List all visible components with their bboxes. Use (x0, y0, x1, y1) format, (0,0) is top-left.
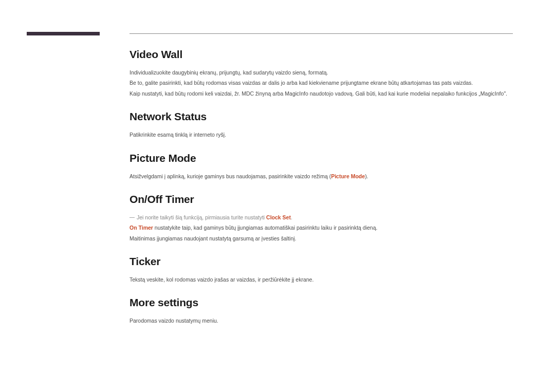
highlight-clock-set: Clock Set (266, 214, 291, 220)
section-network-status: Network Status Patikrinkite esamą tinklą… (130, 110, 520, 139)
section-video-wall: Video Wall Individualizuokite daugybinių… (130, 48, 520, 98)
text-fragment: Atsižvelgdami į aplinką, kurioje gaminys… (130, 173, 331, 179)
text-fragment: Jei norite taikyti šią funkciją, pirmiau… (137, 214, 266, 220)
body-text: Maitinimas įjungiamas naudojant nustatyt… (130, 234, 520, 243)
body-text: Patikrinkite esamą tinklą ir interneto r… (130, 130, 520, 139)
heading-more-settings: More settings (130, 296, 520, 309)
body-text: On Timer nustatykite taip, kad gaminys b… (130, 223, 520, 232)
highlight-picture-mode: Picture Mode (331, 173, 365, 179)
section-more-settings: More settings Parodomas vaizdo nustatymų… (130, 296, 520, 325)
heading-video-wall: Video Wall (130, 48, 520, 61)
body-text: Be to, galite pasirinkti, kad būtų rodom… (130, 78, 520, 87)
section-on-off-timer: On/Off Timer ― Jei norite taikyti šią fu… (130, 193, 520, 243)
heading-ticker: Ticker (130, 255, 520, 268)
note-dash-icon: ― (130, 213, 135, 221)
highlight-on-timer: On Timer (130, 225, 153, 231)
note-line: ― Jei norite taikyti šią funkciją, pirmi… (130, 213, 520, 222)
top-divider (130, 33, 513, 34)
body-text: Tekstą veskite, kol rodomas vaizdo įraša… (130, 275, 520, 284)
note-text: Jei norite taikyti šią funkciją, pirmiau… (137, 213, 292, 222)
text-fragment: . (291, 214, 292, 220)
body-text: Parodomas vaizdo nustatymų meniu. (130, 316, 520, 325)
section-ticker: Ticker Tekstą veskite, kol rodomas vaizd… (130, 255, 520, 284)
side-tab-mark (27, 32, 100, 35)
section-picture-mode: Picture Mode Atsižvelgdami į aplinką, ku… (130, 152, 520, 181)
heading-picture-mode: Picture Mode (130, 152, 520, 164)
body-text: Individualizuokite daugybinių ekranų, pr… (130, 68, 520, 77)
document-content: Video Wall Individualizuokite daugybinių… (130, 48, 520, 338)
heading-on-off-timer: On/Off Timer (130, 193, 520, 206)
body-text: Atsižvelgdami į aplinką, kurioje gaminys… (130, 172, 520, 181)
text-fragment: ). (365, 173, 368, 179)
body-text: Kaip nustatyti, kad būtų rodomi keli vai… (130, 89, 520, 98)
text-fragment: nustatykite taip, kad gaminys būtų įjung… (153, 225, 378, 231)
heading-network-status: Network Status (130, 110, 520, 123)
